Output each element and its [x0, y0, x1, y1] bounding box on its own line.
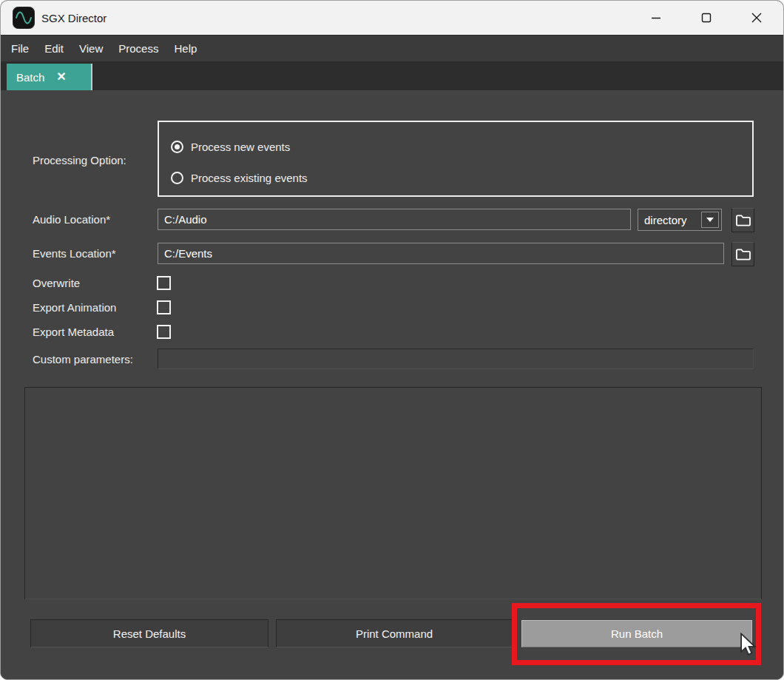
- radio-button-icon: [171, 172, 183, 184]
- run-batch-button[interactable]: Run Batch: [521, 620, 752, 647]
- events-location-input[interactable]: [158, 243, 724, 264]
- custom-parameters-input[interactable]: [158, 349, 754, 369]
- maximize-icon: [701, 13, 712, 23]
- menu-view[interactable]: View: [72, 36, 110, 61]
- overwrite-checkbox[interactable]: [157, 276, 171, 290]
- app-window: SGX Director File Edit View Process Help…: [0, 0, 784, 680]
- menu-bar: File Edit View Process Help: [1, 35, 783, 61]
- processing-option-label: Processing Option:: [33, 152, 126, 169]
- radio-process-existing-events[interactable]: Process existing events: [171, 171, 308, 184]
- radio-label: Process existing events: [191, 172, 308, 184]
- dropdown-selected-value: directory: [644, 214, 687, 226]
- export-metadata-label: Export Metadata: [33, 324, 114, 340]
- audio-location-input[interactable]: [158, 209, 631, 230]
- tab-bar: Batch ✕: [1, 61, 783, 90]
- app-logo-icon: [13, 7, 35, 29]
- close-button[interactable]: [731, 1, 782, 35]
- title-bar: SGX Director: [1, 1, 783, 35]
- folder-icon: [735, 213, 751, 227]
- export-animation-label: Export Animation: [33, 300, 116, 316]
- chevron-down-icon: [706, 218, 714, 222]
- close-icon: [751, 13, 762, 23]
- dropdown-arrow-button[interactable]: [701, 212, 719, 228]
- tab-batch[interactable]: Batch ✕: [7, 64, 92, 90]
- audio-type-dropdown[interactable]: directory: [638, 209, 722, 231]
- tab-close-icon[interactable]: ✕: [56, 71, 66, 83]
- export-animation-checkbox[interactable]: [157, 300, 171, 314]
- menu-file[interactable]: File: [4, 36, 36, 61]
- reset-defaults-button[interactable]: Reset Defaults: [30, 619, 268, 647]
- batch-panel: Processing Option: Process new events Pr…: [1, 90, 783, 680]
- minimize-icon: [651, 13, 661, 23]
- audio-location-label: Audio Location*: [33, 212, 110, 228]
- folder-icon: [735, 247, 751, 261]
- radio-process-new-events[interactable]: Process new events: [171, 140, 290, 153]
- processing-option-group: Process new events Process existing even…: [158, 121, 754, 197]
- menu-process[interactable]: Process: [111, 36, 166, 61]
- events-location-label: Events Location*: [33, 246, 116, 262]
- maximize-button[interactable]: [681, 1, 731, 35]
- window-controls: [631, 1, 782, 35]
- events-browse-button[interactable]: [731, 242, 754, 266]
- tab-label: Batch: [16, 71, 44, 84]
- output-log-panel: [24, 387, 762, 599]
- menu-help[interactable]: Help: [166, 36, 204, 61]
- minimize-button[interactable]: [631, 1, 681, 35]
- print-command-button[interactable]: Print Command: [276, 619, 513, 647]
- radio-label: Process new events: [191, 141, 290, 153]
- custom-parameters-label: Custom parameters:: [33, 351, 133, 368]
- overwrite-label: Overwrite: [33, 275, 80, 292]
- window-title: SGX Director: [41, 12, 107, 24]
- menu-edit[interactable]: Edit: [37, 36, 71, 61]
- radio-button-icon: [171, 141, 183, 153]
- audio-browse-button[interactable]: [731, 208, 754, 232]
- export-metadata-checkbox[interactable]: [157, 325, 171, 339]
